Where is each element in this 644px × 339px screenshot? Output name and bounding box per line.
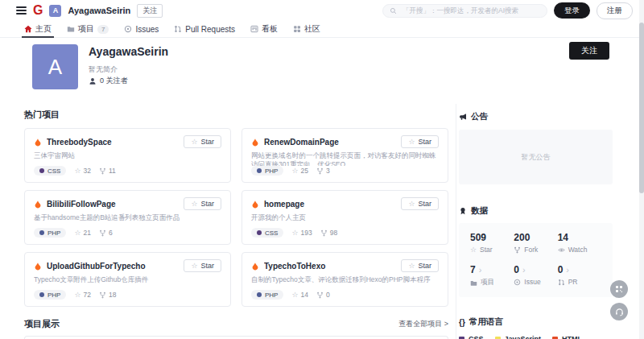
star-icon: ☆: [470, 246, 477, 254]
stat-projects-link[interactable]: 7 › 项目: [470, 264, 514, 287]
stat-pr-link[interactable]: 0 › PR: [558, 264, 601, 287]
flame-icon: [34, 200, 42, 209]
star-count: ☆ 25: [291, 167, 308, 175]
profile-name: AyagawaSeirin: [89, 45, 168, 58]
people-icon: [89, 77, 97, 85]
project-name-link[interactable]: homepage: [264, 200, 396, 209]
popular-projects-title: 热门项目: [24, 109, 448, 121]
star-button[interactable]: ☆ Star: [401, 197, 439, 210]
navbar-user-avatar[interactable]: A: [49, 5, 61, 17]
tab-projects[interactable]: 项目 7: [67, 21, 109, 37]
project-card: UploadGithubForTypecho ☆ Star Typecho文章附…: [24, 252, 231, 307]
fork-count: 18: [99, 291, 116, 299]
tab-home[interactable]: 主页: [24, 21, 52, 37]
sidebar: 公告 暂无公告 数据 509 ☆ Star 200 For: [459, 101, 613, 339]
projects-count-badge: 7: [97, 25, 109, 34]
project-name-link[interactable]: UploadGithubForTypecho: [47, 262, 179, 271]
fork-count-value: 3: [326, 167, 330, 175]
language-dot: [257, 168, 262, 173]
chevron-right-icon: ›: [522, 266, 526, 275]
tab-projects-label: 项目: [78, 23, 94, 35]
stat-issue-link[interactable]: 0 › Issue: [514, 264, 557, 287]
showcase-card-partial: [24, 336, 448, 339]
star-button[interactable]: ☆ Star: [401, 259, 439, 272]
app-qrcode-float-button[interactable]: [610, 280, 628, 298]
languages-legend: CSS JavaScript HTML Lua PHP: [459, 335, 613, 339]
search-input[interactable]: [401, 6, 540, 15]
project-card: RenewDomainPage ☆ Star 网站更换域名时的一个跳转提示页面，…: [242, 128, 448, 183]
project-name-link[interactable]: ThreebodySpace: [47, 138, 179, 147]
project-description: 开源我的个人主页: [251, 213, 439, 228]
language-pill: CSS: [34, 166, 66, 176]
register-button[interactable]: 注册: [597, 2, 633, 19]
language-name: JavaScript: [505, 335, 542, 339]
search-icon: [390, 7, 397, 14]
customer-service-float-button[interactable]: [610, 303, 628, 320]
gitee-logo-icon[interactable]: G: [33, 4, 43, 17]
announcement-title: 公告: [471, 111, 488, 122]
stat-issue-label: Issue: [524, 278, 540, 286]
language-label: PHP: [47, 291, 60, 299]
stat-fork: 200 Fork: [514, 232, 557, 254]
star-button[interactable]: ☆ Star: [401, 135, 439, 148]
view-all-projects-link[interactable]: 查看全部项目 >: [398, 319, 448, 329]
page-scrollbar-thumb[interactable]: [639, 23, 644, 193]
stat-fork-label: Fork: [524, 246, 538, 254]
fork-icon: [320, 229, 328, 237]
star-icon: ☆: [191, 201, 197, 208]
stat-projects-value: 7: [470, 264, 476, 275]
stat-star: 509 ☆ Star: [470, 232, 514, 254]
project-card: homepage ☆ Star 开源我的个人主页 CSS ☆: [242, 190, 448, 245]
stat-projects-label: 项目: [481, 278, 494, 287]
star-button[interactable]: ☆ Star: [184, 135, 221, 148]
followers-link[interactable]: 0 关注者: [89, 76, 128, 86]
fork-count-value: 0: [326, 291, 330, 299]
language-dot: [39, 168, 44, 173]
column-divider: [456, 104, 456, 339]
project-card: BilibiliFollowPage ☆ Star 基于handsome主题的B…: [24, 190, 231, 245]
flame-icon: [34, 138, 42, 147]
project-description: 三体宇宙网站: [34, 151, 221, 166]
star-button[interactable]: ☆ Star: [184, 259, 221, 272]
language-pill: PHP: [34, 228, 66, 238]
project-name-link[interactable]: BilibiliFollowPage: [47, 200, 179, 209]
language-color-swatch: [552, 337, 558, 339]
stat-pr-label: PR: [568, 278, 578, 286]
tab-pull-requests-label: Pull Requests: [185, 25, 235, 34]
stats-title: 数据: [471, 205, 488, 217]
star-button-label: Star: [200, 262, 214, 270]
flame-icon: [251, 138, 259, 147]
project-description: 基于handsome主题的B站追番列表独立页面作品: [34, 213, 221, 228]
project-name-link[interactable]: RenewDomainPage: [264, 138, 396, 147]
hamburger-menu-icon[interactable]: [16, 6, 27, 14]
announcement-horn-icon: [459, 113, 467, 121]
star-button-label: Star: [418, 262, 431, 270]
stat-star-label: Star: [480, 246, 493, 254]
star-count-value: 14: [301, 291, 308, 299]
project-name-link[interactable]: TypechoToHexo: [264, 262, 396, 271]
popular-projects-grid: ThreebodySpace ☆ Star 三体宇宙网站 CSS: [24, 128, 448, 307]
language-label: CSS: [47, 167, 60, 175]
fork-count: 0: [316, 291, 330, 299]
star-icon: ☆: [291, 229, 298, 237]
tab-board[interactable]: 看板: [250, 21, 278, 37]
star-icon: ☆: [191, 138, 197, 146]
project-description: Typecho文章附件上传Github仓库插件: [34, 275, 221, 290]
star-count: ☆ 21: [74, 229, 91, 237]
content-area: 热门项目 ThreebodySpace ☆ Star 三体宇宙网站: [0, 101, 644, 339]
navbar-username[interactable]: AyagawaSeirin: [68, 6, 130, 15]
fork-count: 3: [316, 167, 330, 175]
tab-pull-requests[interactable]: Pull Requests: [174, 21, 235, 37]
headset-icon: [615, 308, 624, 316]
navbar-right-group: 登录 注册: [382, 2, 633, 19]
language-pill: CSS: [251, 228, 283, 238]
login-button[interactable]: 登录: [554, 2, 590, 19]
follow-button[interactable]: 关注: [569, 42, 609, 60]
star-button[interactable]: ☆ Star: [184, 197, 221, 210]
tab-issues[interactable]: Issues: [124, 21, 159, 37]
profile-header: A AyagawaSeirin 暂无简介 0 关注者 关注: [0, 38, 644, 101]
tab-community[interactable]: 社区: [293, 21, 320, 37]
tab-board-label: 看板: [262, 23, 278, 35]
navbar-follow-chip[interactable]: 关注: [137, 4, 163, 18]
star-icon: ☆: [291, 291, 298, 299]
